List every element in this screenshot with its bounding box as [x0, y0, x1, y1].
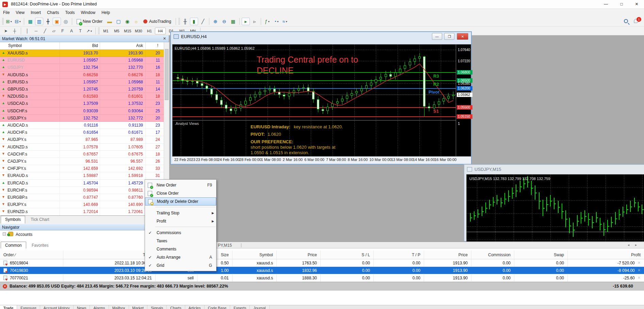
market-watch-row[interactable]: ▲EURCAD.s1.457041.45729	[0, 180, 164, 187]
tab-symbols[interactable]: Symbols	[1, 216, 25, 224]
menu-insert[interactable]: Insert	[28, 9, 44, 16]
cursor-icon[interactable]: ➤	[2, 27, 10, 35]
timeframe-m5[interactable]: M5	[111, 28, 122, 34]
menu-view[interactable]: View	[13, 9, 28, 16]
notification-icon[interactable]: 1	[634, 19, 639, 23]
menu-item-commissions[interactable]: ✓Commissions	[145, 229, 216, 237]
market-watch-row[interactable]: ▼EURCHF.s0.985940.98611	[0, 187, 164, 194]
chart-restore-button[interactable]: ❐	[444, 33, 454, 40]
zoom-in-icon[interactable]: ⊕	[211, 18, 220, 25]
toolbox-tab-charts[interactable]: Charts	[167, 305, 185, 309]
metaeditor-icon[interactable]: ▢	[114, 18, 123, 25]
market-watch-row[interactable]: ▼EURJPY.s140.669140.690	[0, 201, 164, 208]
toolbox-tab-news[interactable]: News	[74, 305, 90, 309]
menu-item-close-order[interactable]: ✓Close Order	[145, 189, 216, 197]
candlestick-icon[interactable]: ▮	[190, 18, 198, 25]
toolbar-drag-handle[interactable]	[178, 18, 180, 25]
arrows-icon[interactable]: ↗▾	[85, 27, 93, 35]
chart-minimize-button[interactable]: —	[432, 33, 442, 40]
toolbar-drag-handle[interactable]	[98, 28, 100, 34]
navigator-header[interactable]: Navigator	[0, 224, 169, 230]
market-watch-row[interactable]: ▲USDJPY132.754132.77016	[0, 64, 164, 71]
minimize-button[interactable]: —	[598, 0, 614, 9]
timeframe-m1[interactable]: M1	[100, 28, 111, 34]
chart-tab-usdjpy[interactable]: PY,M15	[218, 243, 232, 248]
order-row[interactable]: 707700212023.03.15 12:04:21sell0.01xauus…	[0, 274, 644, 282]
tile-windows-icon[interactable]: ▦	[229, 18, 237, 25]
options-icon[interactable]: ☼	[132, 18, 140, 25]
text-icon[interactable]: A	[67, 27, 76, 35]
toolbox-tab-code-base[interactable]: Code Base	[205, 305, 230, 309]
tab-scroll-left-icon[interactable]: ◂	[628, 243, 629, 247]
market-watch-row[interactable]: ▼CHFJPY.s142.659142.69233	[0, 165, 164, 172]
dropdown-caret-icon[interactable]: ▾	[19, 20, 21, 23]
autotrading-button[interactable]: AutoTrading	[141, 18, 174, 25]
market-watch-row[interactable]: ▼AUDNZD.s1.075781.0760527	[0, 144, 164, 151]
vertical-line-icon[interactable]: │	[23, 27, 31, 35]
toolbox-tab-mailbox[interactable]: Mailbox	[109, 305, 129, 309]
line-chart-icon[interactable]: ╱	[199, 18, 207, 25]
tab-scroll-right-icon[interactable]: ▸	[635, 243, 637, 247]
toolbox-tab-exposure[interactable]: Exposure	[17, 305, 40, 309]
orders-table-header[interactable]: Order ∕TimeTypeSizeSymbolPriceS / LT / P…	[0, 250, 644, 259]
indicators-icon[interactable]: ƒ▾	[263, 18, 271, 25]
market-watch-row[interactable]: ▼AUDUSD.s0.662580.6627618	[0, 71, 164, 79]
market-watch-icon[interactable]: ▦	[26, 18, 34, 25]
order-row[interactable]: 650198042022.11.18 10:30:15sell0.50xauus…	[0, 259, 644, 267]
cell[interactable]: -8 094.00✕	[567, 267, 644, 274]
menu-tools[interactable]: Tools	[62, 9, 78, 16]
market-watch-row[interactable]: ▲EURUSD.s1.059571.0596811	[0, 79, 164, 86]
eurusd-window-titlebar[interactable]: EURUSD,H4 — ❐ ✕	[171, 32, 471, 41]
market-watch-row[interactable]: ▼CADJPY.s96.53196.55726	[0, 158, 164, 165]
dropdown-caret-icon[interactable]: ▾	[11, 20, 12, 23]
menu-charts[interactable]: Charts	[44, 9, 62, 16]
dropdown-caret-icon[interactable]: ▾	[277, 20, 278, 23]
strategy-tester-icon[interactable]: ◎	[62, 18, 70, 25]
header-commission[interactable]: Commission	[471, 250, 514, 259]
menu-window[interactable]: Window	[78, 9, 99, 16]
header-price[interactable]: Price	[276, 250, 320, 259]
fibonacci-icon[interactable]: F	[59, 27, 67, 35]
market-watch-row[interactable]: ▲EURUSD1.059571.0596811	[0, 57, 164, 64]
usdjpy-chart-area[interactable]: USDJPY,M15 132.783 132.799 132.708 132.7…	[466, 174, 644, 242]
market-watch-row[interactable]: ▲GBPUSD.s1.207451.2075914	[0, 86, 164, 93]
profiles-icon[interactable]: ⊟▾	[14, 18, 22, 25]
cell[interactable]: -25.60✕	[567, 274, 644, 281]
column-ask[interactable]: Ask	[136, 43, 143, 48]
market-watch-row[interactable]: ▲USDCAD.s1.375091.3753223	[0, 100, 164, 107]
data-window-icon[interactable]: ▥	[35, 18, 43, 25]
menu-item-profit[interactable]: Profit▶	[145, 217, 216, 225]
toolbar-drag-handle[interactable]	[2, 18, 4, 25]
column-symbol[interactable]: Symbol	[8, 43, 22, 48]
eurusd-time-axis[interactable]: 22 Feb 202323 Feb 08:0024 Feb 16:0028 Fe…	[172, 157, 471, 163]
menu-file[interactable]: File	[0, 9, 13, 16]
header-swap[interactable]: Swap	[514, 250, 567, 259]
header-symbol[interactable]: Symbol	[232, 250, 276, 259]
templates-icon[interactable]: ≈▾	[281, 18, 289, 25]
new-chart-icon[interactable]: ⊞▾	[5, 18, 13, 25]
search-icon[interactable]	[624, 19, 628, 24]
market-watch-row[interactable]: ▼CADCHF.s0.676570.6767518	[0, 151, 164, 158]
header-s-l[interactable]: S / L	[320, 250, 373, 259]
horizontal-line-icon[interactable]: ─	[32, 27, 40, 35]
menu-item-auto-arrange[interactable]: ✓Auto ArrangeA	[145, 253, 216, 261]
menu-item-grid[interactable]: ✓GridG	[145, 261, 216, 270]
toolbox-tab-experts[interactable]: Experts	[230, 305, 250, 309]
crosshair-icon[interactable]: ┼	[11, 27, 19, 35]
market-watch-column-header[interactable]: Symbol Bid Ask !	[0, 42, 164, 50]
cell[interactable]: -7 520.00✕	[567, 259, 644, 266]
menu-item-modify-or-delete-order[interactable]: ✱Modify or Delete Order	[145, 197, 216, 206]
toolbox-tab-market[interactable]: Market	[129, 305, 148, 309]
menu-help[interactable]: Help	[98, 9, 113, 16]
signals-icon[interactable]: ◉	[123, 18, 131, 25]
close-position-icon[interactable]: ✕	[638, 261, 641, 265]
channel-icon[interactable]: ▱	[50, 27, 58, 35]
header-profit[interactable]: Profit	[567, 250, 644, 259]
navigator-tree-item-accounts[interactable]: − Accounts	[0, 231, 102, 238]
menu-item-comments[interactable]: Comments	[145, 245, 216, 253]
price-scale[interactable]: 1.076401.072201.068001.065001.063801.062…	[456, 45, 471, 156]
terminal-icon[interactable]: ▣	[53, 18, 61, 25]
close-position-icon[interactable]: ✕	[638, 268, 641, 273]
header-order-[interactable]: Order ∕	[0, 250, 63, 259]
market-watch-row[interactable]: ▼EURAUD.s1.598871.5991831	[0, 172, 164, 179]
